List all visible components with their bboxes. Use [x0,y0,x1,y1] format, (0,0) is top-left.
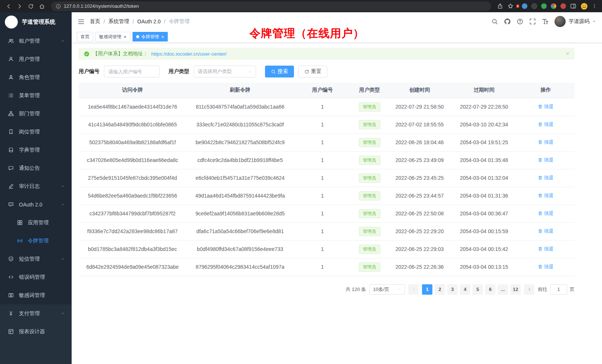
force-logout-button[interactable]: 强退 [538,121,553,128]
sidebar-item[interactable]: 通知公告 [0,159,72,177]
refresh-token-cell: 9ce8ef2aa9f14056b831ae9b608e28d5 [186,205,294,222]
split-view-icon[interactable] [570,3,576,9]
create-time-cell: 2022-06-25 22:29:03 [388,240,451,258]
force-logout-button[interactable]: 强退 [538,228,553,235]
alert-link[interactable]: https://doc.iocoder.cn/user-center/ [151,51,227,57]
force-logout-button[interactable]: 强退 [538,157,553,163]
sidebar-item[interactable]: 支付管理 [0,304,72,322]
chevron-down-icon [61,257,65,261]
trash-icon [538,140,543,145]
breadcrumb-item[interactable]: 首页 [90,18,100,25]
browser-menu-dots-icon[interactable] [592,4,597,9]
refresh-token-cell: b0df4980ffd34c67a08f9156e4eee733 [186,240,294,258]
chevron-down-icon [61,39,65,43]
extension-icon[interactable] [551,3,556,9]
sidebar-item[interactable]: 部门管理 [0,105,72,123]
fullscreen-icon[interactable] [529,18,536,25]
tab-close-icon[interactable]: × [124,34,127,39]
create-time-cell: 2022-06-25 22:29:20 [388,222,451,240]
reset-button[interactable]: 重置 [298,66,327,77]
extension-icon[interactable] [560,3,566,9]
address-bar[interactable]: 127.0.0.1:1024/system/oauth2/token [51,1,491,11]
force-logout-button[interactable]: 强退 [538,139,553,146]
sidebar-item[interactable]: 报表设计器 [0,322,72,341]
reset-button-label: 重置 [311,68,321,75]
expire-time-cell: 2054-03-04 00:36:47 [451,205,517,222]
user-id-filter: 用户编号 [79,66,160,77]
sidebar-item[interactable]: 错误码管理 [0,268,72,286]
breadcrumb-item[interactable]: OAuth 2.0 [137,19,161,24]
force-logout-button[interactable]: 强退 [538,210,553,217]
trash-icon [538,264,543,269]
breadcrumb-item[interactable]: 系统管理 [108,18,129,25]
sidebar-item[interactable]: 字典管理 [0,141,72,159]
user-id-cell: 1 [294,205,351,222]
tab[interactable]: 敏感词管理× [95,32,130,42]
sidebar-collapse-icon[interactable] [78,18,85,25]
profile-avatar[interactable] [580,3,588,10]
goto-page-input[interactable] [550,284,567,295]
app-logo[interactable]: 芋道管理系统 [0,12,72,32]
share-icon[interactable] [497,3,503,9]
force-logout-button[interactable]: 强退 [538,192,553,199]
alert-close-icon[interactable]: × [566,51,569,57]
pagination-next-button[interactable] [524,284,534,295]
pagination-page[interactable]: 4 [460,284,470,295]
browser-reload-button[interactable] [26,1,36,11]
extension-icon[interactable] [541,3,547,9]
sidebar-item[interactable]: 令牌管理 [0,232,72,250]
user-id-input[interactable] [104,66,160,77]
pagination-page[interactable]: 12 [510,284,521,295]
extension-icon[interactable] [531,3,537,9]
token-table: 访问令牌刷新令牌用户编号用户类型创建时间过期时间操作 1ea5e44f8bc14… [79,83,575,276]
browser-forward-button[interactable] [15,1,24,11]
force-logout-button[interactable]: 强退 [538,264,553,270]
user-type-select[interactable]: 请选择用户类型 [194,66,256,77]
sidebar-item[interactable]: 审计日志 [0,177,72,195]
pagination-page[interactable]: 1 [422,284,432,295]
sidebar-item[interactable]: 短信管理 [0,250,72,268]
user-type-badge: 管理员 [359,245,380,254]
sidebar-item[interactable]: 岗位管理 [0,123,72,141]
expire-time-cell: 2054-03-10 20:42:34 [451,116,517,133]
user-menu[interactable]: 芋道源码 [554,16,596,27]
tab[interactable]: 首页 [77,32,93,42]
page-size-select[interactable]: 10条/页 [369,284,405,295]
sidebar-item[interactable]: 租户管理 [0,32,72,50]
force-logout-button[interactable]: 强退 [538,103,553,110]
extension-icon[interactable] [522,3,527,9]
pagination-ellipsis[interactable]: ... [498,284,508,295]
report-icon [8,329,14,334]
sidebar-menu-top: 芋道管理系统 租户管理用户管理角色管理菜单管理部门管理岗位管理字典管理通知公告审… [0,12,72,304]
trash-icon [538,158,543,162]
sidebar-item[interactable]: 敏感词管理 [0,286,72,304]
force-logout-button[interactable]: 强退 [538,175,553,181]
github-icon[interactable] [504,18,511,25]
pagination-prev-button[interactable] [408,284,419,295]
expire-time-cell: 2054-03-04 01:35:48 [451,151,517,169]
tab-close-icon[interactable]: × [161,34,164,39]
sidebar-item[interactable]: 应用管理 [0,214,72,232]
site-info-icon[interactable] [56,4,61,9]
sidebar-item[interactable]: 用户管理 [0,50,72,68]
search-button[interactable]: 搜索 [265,66,294,77]
pagination-page[interactable]: 3 [447,284,458,295]
browser-home-button[interactable] [37,1,47,11]
sidebar-item[interactable]: 菜单管理 [0,86,72,105]
force-logout-button[interactable]: 强退 [538,246,553,252]
bookmark-star-icon[interactable] [507,3,514,9]
role-icon [8,75,14,80]
pagination-page[interactable]: 5 [472,284,483,295]
sidebar-item[interactable]: OAuth 2.0 [0,195,72,214]
tab[interactable]: 令牌管理× [132,32,168,42]
help-icon[interactable] [517,18,523,25]
pagination-page[interactable]: 2 [435,284,445,295]
pagination-page[interactable]: 6 [485,284,495,295]
browser-back-button[interactable] [4,1,13,11]
notice-icon [8,165,14,171]
search-icon[interactable] [491,18,498,25]
sidebar-item-label: 岗位管理 [19,129,65,135]
create-time-cell: 2022-06-25 22:50:08 [388,205,451,222]
text-size-icon[interactable] [542,18,549,25]
sidebar-item[interactable]: 角色管理 [0,68,72,86]
